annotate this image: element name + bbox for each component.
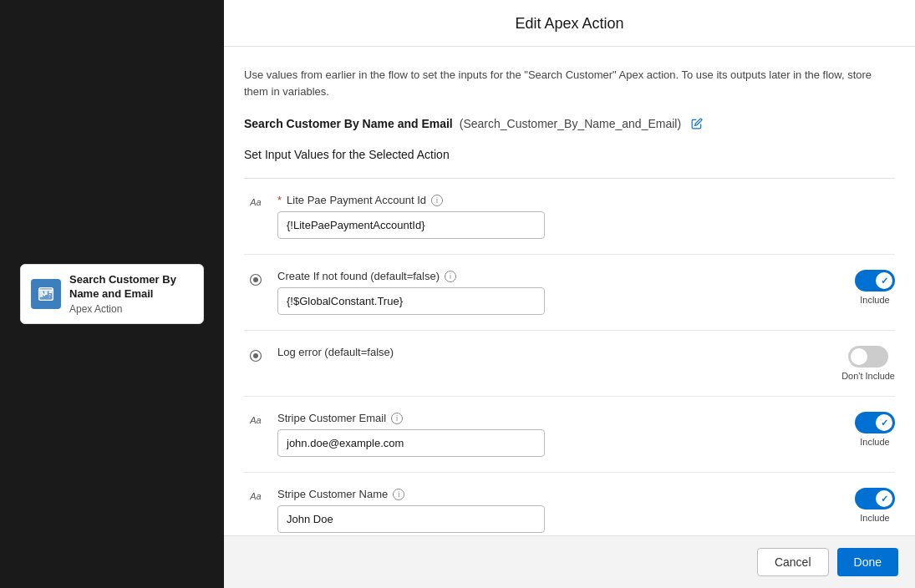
input-lite-pae[interactable] [277,211,545,239]
type-icon-text: Aa [244,197,267,207]
dialog-header: Edit Apex Action [224,0,915,47]
info-icon-lite-pae[interactable]: i [431,195,443,206]
toggle-section-stripe-email: ✓ Include [855,412,895,447]
toggle-section-create-if: ✓ Include [855,270,895,305]
input-create-if[interactable] [277,287,545,315]
section-title: Set Input Values for the Selected Action [244,148,895,161]
label-stripe-email: Stripe Customer Email i [277,412,845,424]
sidebar-card-subtitle: Apex Action [69,303,193,315]
required-asterisk: * [277,194,282,206]
info-icon-create-if[interactable]: i [445,271,456,282]
done-button[interactable]: Done [837,548,898,576]
input-row-create-if-not-found: Create If not found (default=false) i ✓ [244,270,895,331]
input-row-stripe-name: Aa Stripe Customer Name i ✓ [244,488,895,535]
input-main-create-if: Create If not found (default=false) i [277,270,845,315]
cancel-button[interactable]: Cancel [757,548,829,576]
label-create-if: Create If not found (default=false) i [277,270,845,282]
info-icon-stripe-name[interactable]: i [393,489,404,500]
toggle-label-create-if: Include [860,295,889,305]
type-icon-bool-1 [244,273,267,286]
input-section: Aa * Lite Pae Payment Account Id i [244,178,895,535]
label-lite-pae: * Lite Pae Payment Account Id i [277,194,895,206]
input-main-stripe-email: Stripe Customer Email i [277,412,845,457]
toggle-label-log-error: Don't Include [841,371,895,381]
dialog-footer: Cancel Done [224,535,915,588]
toggle-section-log-error: Don't Include [841,346,895,381]
toggle-stripe-name[interactable]: ✓ [855,488,895,509]
input-main-lite-pae: * Lite Pae Payment Account Id i [277,194,895,239]
action-api-name: (Search_Customer_By_Name_and_Email) [460,117,681,130]
input-main-stripe-name: Stripe Customer Name i [277,488,845,533]
dialog-content: Use values from earlier in the flow to s… [224,47,915,535]
input-row-lite-pae: Aa * Lite Pae Payment Account Id i [244,194,895,255]
input-row-log-error: Log error (default=false) Don't Include [244,346,895,397]
type-icon-bool-2 [244,349,267,362]
label-text-log-error: Log error (default=false) [277,346,394,358]
toggle-label-stripe-email: Include [860,437,889,447]
label-text-lite-pae: Lite Pae Payment Account Id [287,194,426,206]
toggle-stripe-email[interactable]: ✓ [855,412,895,433]
input-row-stripe-email: Aa Stripe Customer Email i ✓ [244,412,895,473]
input-main-log-error: Log error (default=false) [277,346,831,363]
label-log-error: Log error (default=false) [277,346,831,358]
input-stripe-name[interactable] [277,505,545,533]
label-text-stripe-email: Stripe Customer Email [277,412,386,424]
input-stripe-email[interactable] [277,429,545,457]
toggle-section-stripe-name: ✓ Include [855,488,895,523]
dialog-title: Edit Apex Action [241,15,898,33]
toggle-create-if[interactable]: ✓ [855,270,895,291]
svg-point-5 [253,353,258,358]
edit-action-name-button[interactable] [688,116,706,131]
label-stripe-name: Stripe Customer Name i [277,488,845,500]
main-panel: Edit Apex Action Use values from earlier… [224,0,915,588]
description-text: Use values from earlier in the flow to s… [244,67,895,99]
toggle-log-error[interactable] [848,346,888,368]
apex-action-icon [31,279,61,309]
sidebar-card-text: Search Customer By Name and Email Apex A… [69,273,193,315]
sidebar-card-title: Search Customer By Name and Email [69,273,193,302]
label-text-create-if: Create If not found (default=false) [277,270,440,282]
type-icon-text-3: Aa [244,491,267,501]
action-name: Search Customer By Name and Email [244,117,453,130]
label-text-stripe-name: Stripe Customer Name [277,488,388,500]
svg-point-3 [253,277,258,282]
sidebar: Search Customer By Name and Email Apex A… [0,0,224,588]
toggle-label-stripe-name: Include [860,513,889,523]
type-icon-text-2: Aa [244,415,267,425]
sidebar-apex-action-card[interactable]: Search Customer By Name and Email Apex A… [20,264,204,324]
info-icon-stripe-email[interactable]: i [391,413,403,424]
action-title-row: Search Customer By Name and Email (Searc… [244,116,895,131]
